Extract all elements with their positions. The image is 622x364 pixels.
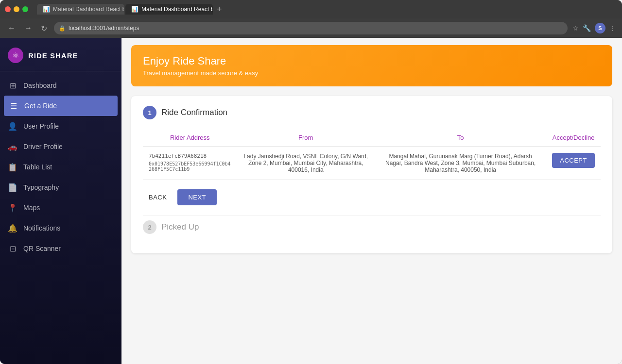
sidebar-item-label-user-profile: User Profile	[23, 122, 59, 130]
user-icon: 👤	[8, 121, 17, 131]
bookmark-icon[interactable]: ☆	[572, 24, 579, 32]
hero-banner: Enjoy Ride Share Travel management made …	[131, 45, 612, 86]
sidebar-item-label-table-list: Table List	[23, 163, 52, 171]
sidebar-item-label-driver-profile: Driver Profile	[23, 143, 63, 150]
sidebar-item-driver-profile[interactable]: 🚗 Driver Profile	[0, 136, 121, 157]
from-address-cell: Lady Jamshedji Road, VSNL Colony, G/N Wa…	[237, 147, 375, 180]
maximize-window-button[interactable]	[22, 6, 28, 12]
step1-title: Ride Confirmation	[161, 108, 227, 117]
rider-address-id: 7b4211efcB79A68218	[149, 153, 231, 159]
step1-number: 1	[143, 106, 156, 119]
rider-hash: 0x01978E527bEF53e66994f1C0b4268F1F5C7c11…	[149, 161, 231, 172]
sidebar-item-label-typography: Typography	[23, 183, 59, 191]
sidebar-item-table-list[interactable]: 📋 Table List	[0, 157, 121, 177]
step2-title: Picked Up	[161, 222, 199, 232]
lock-icon: 🔒	[59, 25, 66, 32]
typography-icon: 📄	[8, 182, 17, 192]
ride-confirmation-table: Rider Address From To Accept/Decline 7b4…	[143, 129, 601, 180]
sidebar-item-maps[interactable]: 📍 Maps	[0, 198, 121, 218]
sidebar-item-label-maps: Maps	[23, 204, 40, 212]
to-address-cell: Mangal Mahal, Gurunanak Marg (Turner Roa…	[375, 147, 546, 180]
tab-favicon-2: 📊	[131, 6, 138, 13]
logo-icon: ⚛	[8, 48, 23, 63]
col-header-to: To	[375, 129, 546, 147]
tab-favicon-1: 📊	[43, 6, 50, 13]
hero-title: Enjoy Ride Share	[143, 55, 601, 67]
sidebar-navigation: ⊞ Dashboard ☰ Get a Ride 👤 User Profile …	[0, 71, 121, 364]
sidebar-item-dashboard[interactable]: ⊞ Dashboard	[0, 75, 121, 96]
list-icon: ☰	[9, 101, 18, 111]
sidebar-logo: ⚛ RIDE SHARE	[0, 38, 121, 71]
col-header-from: From	[237, 129, 375, 147]
col-header-rider-address: Rider Address	[143, 129, 237, 147]
sidebar-item-label-dashboard: Dashboard	[23, 82, 57, 89]
menu-icon[interactable]: ⋮	[609, 24, 616, 32]
close-window-button[interactable]	[5, 6, 11, 12]
browser-tab-2[interactable]: 📊 Material Dashboard React by C ✕	[125, 4, 213, 15]
main-content: Enjoy Ride Share Travel management made …	[121, 38, 622, 364]
step2-number: 2	[143, 220, 156, 234]
back-button[interactable]: BACK	[143, 190, 173, 205]
map-pin-icon: 📍	[8, 203, 17, 213]
minimize-window-button[interactable]	[14, 6, 19, 12]
sidebar-item-label-notifications: Notifications	[23, 224, 60, 232]
back-nav-button[interactable]: ←	[6, 23, 17, 33]
rider-address-cell: 7b4211efcB79A68218 0x01978E527bEF53e6699…	[143, 147, 237, 180]
accept-button[interactable]: ACCEPT	[552, 153, 595, 168]
clipboard-icon: 📋	[8, 162, 17, 172]
sidebar-item-label-get-a-ride: Get a Ride	[24, 102, 57, 110]
tab-label-1: Material Dashboard React by C	[53, 6, 124, 13]
dashboard-icon: ⊞	[8, 81, 17, 90]
sidebar-item-notifications[interactable]: 🔔 Notifications	[0, 218, 121, 238]
step2-header: 2 Picked Up	[143, 220, 601, 234]
logo-text: RIDE SHARE	[28, 51, 78, 60]
browser-tabs-bar: 📊 Material Dashboard React by C ✕ 📊 Mate…	[37, 4, 617, 15]
car-icon: 🚗	[8, 142, 17, 151]
sidebar-item-get-a-ride[interactable]: ☰ Get a Ride	[4, 96, 118, 116]
bell-icon: 🔔	[8, 223, 17, 233]
reload-button[interactable]: ↻	[39, 23, 49, 34]
profile-avatar[interactable]: S	[595, 23, 605, 33]
browser-tab-1[interactable]: 📊 Material Dashboard React by C ✕	[37, 4, 124, 15]
sidebar: ⚛ RIDE SHARE ⊞ Dashboard ☰ Get a Ride 👤	[0, 38, 121, 364]
sidebar-item-typography[interactable]: 📄 Typography	[0, 177, 121, 198]
tab-label-2: Material Dashboard React by C	[141, 6, 213, 13]
qr-icon: ⊡	[8, 244, 17, 253]
sidebar-item-label-qr-scanner: QR Scanner	[23, 245, 61, 252]
action-cell: ACCEPT	[546, 147, 601, 180]
sidebar-item-user-profile[interactable]: 👤 User Profile	[0, 116, 121, 136]
hero-subtitle: Travel management made secure & easy	[143, 69, 601, 77]
step-navigation: BACK NEXT	[143, 189, 601, 205]
step1-header: 1 Ride Confirmation	[143, 106, 601, 119]
address-text: localhost:3001/admin/steps	[69, 25, 563, 32]
forward-nav-button[interactable]: →	[22, 23, 34, 33]
address-bar[interactable]: 🔒 localhost:3001/admin/steps	[54, 22, 568, 34]
new-tab-button[interactable]: +	[214, 4, 225, 15]
next-button[interactable]: NEXT	[177, 189, 217, 205]
extension-icon[interactable]: 🔧	[583, 24, 591, 32]
table-row: 7b4211efcB79A68218 0x01978E527bEF53e6699…	[143, 147, 601, 180]
steps-card: 1 Ride Confirmation Rider Address From T…	[131, 96, 612, 253]
sidebar-item-qr-scanner[interactable]: ⊡ QR Scanner	[0, 238, 121, 259]
col-header-accept-decline: Accept/Decline	[546, 129, 601, 147]
